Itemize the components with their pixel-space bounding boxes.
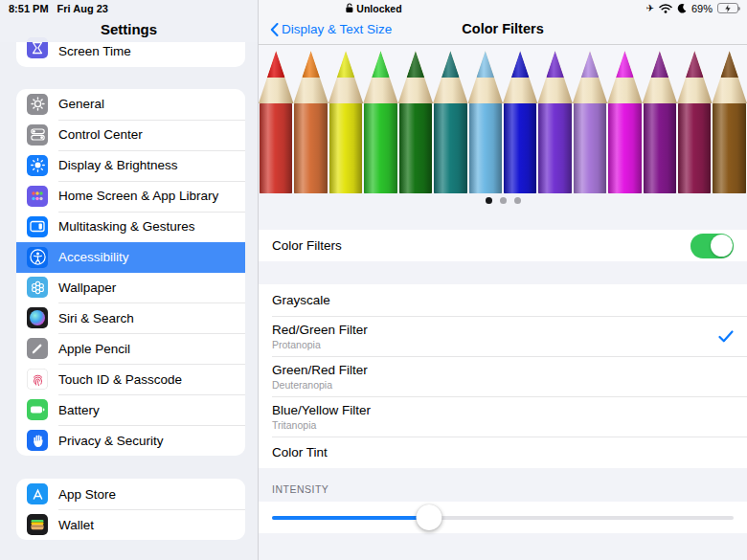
charging-bolt-icon [725,4,732,12]
pencil-illustration [398,51,433,193]
sidebar-item-general[interactable]: General [16,89,245,120]
lock-status: Unlocked [345,3,401,14]
sidebar-item-battery[interactable]: Battery [16,394,245,425]
battery-icon [27,399,48,420]
filter-option-subtitle: Protanopia [272,339,718,350]
status-date: Fri Aug 23 [57,3,108,14]
filter-option-red-green-filter[interactable]: Red/Green FilterProtanopia [259,316,747,356]
filter-option-label: Color Tint [272,445,734,459]
slider-track-fill [272,516,429,520]
sidebar-item-label: Control Center [58,127,143,142]
gear-icon [27,94,48,115]
home-screen-grid-icon [27,186,48,207]
status-time: 8:51 PM [9,3,49,14]
multitasking-icon [27,216,48,237]
app-store-icon [27,483,48,504]
filter-option-grayscale[interactable]: Grayscale [259,284,747,316]
unlock-icon [345,3,353,13]
sidebar-item-multitasking-gestures[interactable]: Multitasking & Gestures [16,212,245,242]
sidebar-item-label: Home Screen & App Library [58,189,218,203]
sidebar-item-label: Wallet [58,518,94,532]
sidebar-item-accessibility[interactable]: Accessibility [16,242,245,273]
battery-charging-icon [717,3,738,13]
sidebar-item-label: Display & Brightness [58,158,178,172]
sidebar-item-touch-id-passcode[interactable]: Touch ID & Passcode [16,364,245,394]
pencil-illustration [573,51,607,193]
sidebar-item-label: Battery [58,403,100,417]
sidebar-item-label: Apple Pencil [58,342,130,356]
pencil-icon [27,338,48,359]
filter-option-green-red-filter[interactable]: Green/Red FilterDeuteranopia [259,356,747,396]
pencil-illustration [433,51,467,193]
filter-option-label: Green/Red Filter [272,363,734,377]
status-bar: 8:51 PM Fri Aug 23 Unlocked ✈ 69% [0,0,747,16]
sidebar-item-siri-search[interactable]: Siri & Search [16,302,245,333]
page-dot-1[interactable] [486,197,492,204]
pencil-illustration [537,51,572,193]
control-center-icon [27,124,48,146]
moon-icon [677,4,687,13]
sidebar-item-apple-pencil[interactable]: Apple Pencil [16,333,245,364]
filter-option-color-tint[interactable]: Color Tint [259,437,747,468]
pencil-illustration [607,51,642,193]
pencil-illustration [503,51,537,193]
sidebar-item-label: Wallpaper [58,280,116,295]
fingerprint-icon [27,369,48,390]
sidebar-item-app-store[interactable]: App Store [16,479,245,509]
settings-sidebar: Settings Screen Time GeneralControl Cent… [0,0,259,560]
airplane-icon: ✈ [646,4,654,13]
status-time-date: 8:51 PM Fri Aug 23 [9,3,108,14]
sidebar-item-label: General [58,97,104,111]
pencil-illustration [677,51,712,193]
sidebar-item-wallpaper[interactable]: Wallpaper [16,273,245,303]
siri-icon [27,307,48,328]
sidebar-item-label: Multitasking & Gestures [58,219,195,234]
toggle-row-label: Color Filters [272,238,342,253]
sidebar-item-label: App Store [58,487,116,502]
filter-options-list: GrayscaleRed/Green FilterProtanopiaGreen… [259,284,747,468]
filter-option-label: Blue/Yellow Filter [272,403,734,417]
sidebar-item-label: Screen Time [58,44,131,58]
status-icons: ✈ 69% [646,3,738,14]
color-filters-toggle[interactable] [690,234,734,258]
accessibility-icon [27,247,48,268]
sidebar-item-label: Accessibility [58,250,129,264]
hand-icon [27,430,48,451]
filter-option-blue-yellow-filter[interactable]: Blue/Yellow FilterTritanopia [259,396,747,437]
pencil-illustration [643,51,677,193]
pencil-illustration [328,51,363,193]
intensity-section-label: INTENSITY [272,483,328,495]
sidebar-title: Settings [101,21,157,37]
sidebar-item-privacy-security[interactable]: Privacy & Security [16,425,245,456]
sun-icon [27,155,48,176]
filter-option-subtitle: Tritanopia [272,419,734,431]
pencil-illustration [293,51,328,193]
slider-thumb[interactable] [416,504,441,530]
wallet-icon [27,514,48,535]
page-title: Color Filters [259,21,747,36]
pencil-illustration [712,51,746,193]
sidebar-item-wallet[interactable]: Wallet [16,509,245,540]
pencil-illustration [363,51,397,193]
sidebar-group-main: GeneralControl CenterDisplay & Brightnes… [16,89,245,456]
sidebar-item-control-center[interactable]: Control Center [16,120,245,150]
page-dots[interactable] [259,193,747,208]
color-filters-toggle-row: Color Filters [259,230,747,261]
filter-option-subtitle: Deuteranopia [272,379,734,391]
page-dot-3[interactable] [514,197,521,204]
pencil-illustration [468,51,503,193]
sidebar-item-home-screen-app-library[interactable]: Home Screen & App Library [16,181,245,212]
sidebar-group-apps: App StoreWallet [16,479,245,540]
page-dot-2[interactable] [500,197,507,204]
sidebar-item-label: Privacy & Security [58,434,164,448]
color-preview-carousel[interactable] [259,45,747,193]
filter-option-label: Grayscale [272,293,734,307]
wallpaper-flower-icon [27,277,48,298]
intensity-slider[interactable] [272,504,734,530]
sidebar-item-display-brightness[interactable]: Display & Brightness [16,150,245,181]
checkmark-icon [718,330,734,343]
wifi-icon [659,4,672,13]
intensity-slider-row [259,502,747,533]
filter-option-label: Red/Green Filter [272,323,718,337]
pencil-illustration [259,51,293,193]
